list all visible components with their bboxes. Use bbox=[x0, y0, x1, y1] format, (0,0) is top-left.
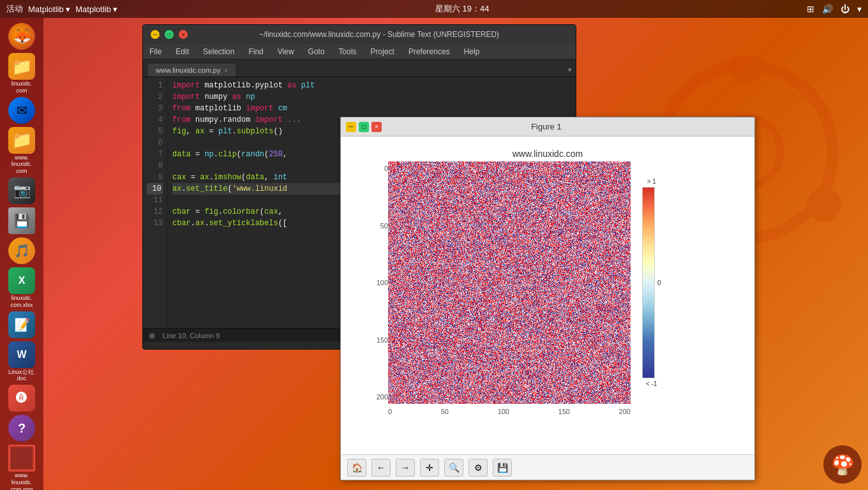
dock-item-appstore[interactable]: 🅐 bbox=[3, 385, 41, 412]
volume-icon[interactable]: 🔊 bbox=[822, 4, 833, 14]
sound-icon: 🎵 bbox=[8, 237, 35, 264]
dock-item-folder-www[interactable]: 📁 www.linuxidc.com bbox=[3, 127, 41, 175]
plot-left-area: 0 50 100 150 200 bbox=[369, 161, 631, 406]
topbar-clock: 星期六 19：44 bbox=[435, 3, 490, 15]
menu-project[interactable]: Project bbox=[368, 46, 397, 57]
tab-dropdown-arrow[interactable]: ▾ bbox=[568, 66, 572, 74]
active-tab[interactable]: www.linuxidc.com.py × bbox=[148, 64, 236, 77]
app-menu[interactable]: Matplotlib ▾ bbox=[28, 4, 70, 14]
folder-icon: 📁 bbox=[8, 53, 35, 80]
bottom-right-mushroom-icon[interactable]: 🍄 bbox=[823, 445, 862, 484]
menu-help[interactable]: Help bbox=[461, 46, 483, 57]
figure1-window: ─ □ × Figure 1 www.linuxidc.com 0 50 100… bbox=[340, 117, 755, 480]
dock-item-folder-linuxidc[interactable]: 📁 linuxidc.com bbox=[3, 53, 41, 94]
imshow-canvas bbox=[388, 161, 631, 404]
network-icon[interactable]: ⊞ bbox=[807, 4, 814, 14]
plot-area: 0 50 100 150 200 > 1 bbox=[369, 161, 726, 406]
plot-container: www.linuxidc.com 0 50 100 150 200 bbox=[369, 149, 726, 442]
maximize-button[interactable]: □ bbox=[165, 30, 174, 39]
menu-find[interactable]: Find bbox=[246, 46, 266, 57]
code-line-2: import numpy as np bbox=[172, 91, 571, 103]
writer-icon: 📝 bbox=[8, 311, 35, 338]
menu-view[interactable]: View bbox=[275, 46, 297, 57]
png-icon bbox=[8, 445, 35, 471]
dock-item-usb[interactable]: 💾 bbox=[3, 207, 41, 235]
word-icon: W bbox=[8, 341, 35, 368]
dock-item-word[interactable]: W Linux公社.doc bbox=[3, 341, 41, 383]
figure-title: Figure 1 bbox=[382, 122, 711, 131]
figure-maximize-button[interactable]: □ bbox=[359, 122, 369, 132]
topbar-right: ⊞ 🔊 ⏻ ▾ bbox=[807, 4, 862, 14]
dock-item-help[interactable]: ? bbox=[3, 415, 41, 442]
forward-tool-button[interactable]: → bbox=[396, 459, 415, 477]
colorbar-label-bottom: < -1 bbox=[646, 380, 657, 387]
menu-edit[interactable]: Edit bbox=[173, 46, 191, 57]
zoom-tool-button[interactable]: 🔍 bbox=[444, 459, 463, 477]
dock-label-word: Linux公社.doc bbox=[8, 369, 35, 383]
dock-item-sound[interactable]: 🎵 bbox=[3, 237, 41, 265]
desktop-area: ─ □ × ~/linuxidc.com/www.linuxidc.com.py… bbox=[43, 18, 868, 490]
dock-label-png: www.linuxidc.com.png bbox=[11, 472, 33, 490]
colorbar-label-top: > 1 bbox=[647, 178, 656, 185]
dock-item-png[interactable]: www.linuxidc.com.png bbox=[3, 445, 41, 490]
close-button[interactable]: × bbox=[179, 30, 188, 39]
sublime-menubar: File Edit Selection Find View Goto Tools… bbox=[143, 44, 576, 59]
camera-icon: 📷 bbox=[8, 177, 35, 204]
help-icon: ? bbox=[8, 415, 35, 442]
colorbar bbox=[642, 187, 655, 378]
back-tool-button[interactable]: ← bbox=[371, 459, 391, 477]
topbar-down-arrow[interactable]: ▾ bbox=[857, 4, 862, 14]
dock-label-linuxidc: linuxidc.com bbox=[11, 80, 33, 94]
menu-selection[interactable]: Selection bbox=[200, 46, 237, 57]
colorbar-tick-labels: 0 bbox=[657, 187, 661, 378]
menu-goto[interactable]: Goto bbox=[306, 46, 327, 57]
pan-tool-button[interactable]: ✛ bbox=[420, 459, 439, 477]
topbar-left: 活动 Matplotlib ▾ Matplotlib ▾ bbox=[6, 3, 118, 15]
code-line-1: import matplotlib.pyplot as plt bbox=[172, 80, 571, 91]
figure-toolbar: 🏠 ← → ✛ 🔍 ⚙ 💾 bbox=[341, 454, 754, 480]
app-name-label[interactable]: Matplotlib ▾ bbox=[75, 4, 117, 14]
settings-tool-button[interactable]: ⚙ bbox=[468, 459, 488, 477]
figure-minimize-button[interactable]: ─ bbox=[346, 122, 356, 132]
activity-label[interactable]: 活动 bbox=[6, 3, 23, 15]
figure-close-button[interactable]: × bbox=[371, 122, 382, 132]
tab-close-button[interactable]: × bbox=[224, 67, 228, 74]
home-tool-button[interactable]: 🏠 bbox=[347, 459, 366, 477]
xlsx-icon: X bbox=[8, 267, 35, 294]
line-numbers: 1234 5678 910 111213 bbox=[143, 77, 167, 328]
menu-file[interactable]: File bbox=[147, 46, 164, 57]
firefox-icon: 🦊 bbox=[8, 23, 35, 50]
plot-canvas-wrapper bbox=[388, 161, 631, 406]
topbar: 活动 Matplotlib ▾ Matplotlib ▾ 星期六 19：44 ⊞… bbox=[0, 0, 868, 18]
colorbar-area: > 1 0 < -1 bbox=[642, 161, 661, 404]
dock-item-thunderbird[interactable]: ✉ bbox=[3, 97, 41, 124]
svg-point-3 bbox=[807, 188, 842, 222]
application-dock: 🦊 📁 linuxidc.com ✉ 📁 www.linuxidc.com 📷 … bbox=[0, 18, 43, 490]
dock-item-firefox[interactable]: 🦊 bbox=[3, 23, 41, 50]
window-title: ~/linuxidc.com/www.linuxidc.com.py - Sub… bbox=[188, 30, 571, 39]
y-axis-labels: 0 50 100 150 200 bbox=[369, 161, 388, 404]
sublime-tabs: www.linuxidc.com.py × ▾ bbox=[143, 59, 576, 77]
minimize-button[interactable]: ─ bbox=[151, 30, 160, 39]
figure-plot-area: www.linuxidc.com 0 50 100 150 200 bbox=[341, 137, 754, 454]
sublime-titlebar: ─ □ × ~/linuxidc.com/www.linuxidc.com.py… bbox=[143, 25, 576, 44]
power-icon[interactable]: ⏻ bbox=[841, 4, 849, 14]
code-line-3: from matplotlib import cm bbox=[172, 103, 571, 114]
svg-point-1 bbox=[730, 56, 764, 83]
status-line-col: Line 10, Column 9 bbox=[163, 332, 220, 339]
folder2-icon: 📁 bbox=[8, 127, 35, 154]
dock-label-www: www.linuxidc.com bbox=[11, 154, 33, 175]
thunderbird-icon: ✉ bbox=[8, 97, 35, 124]
plot-title: www.linuxidc.com bbox=[369, 149, 726, 159]
dock-item-writer[interactable]: 📝 bbox=[3, 311, 41, 339]
usb-icon: 💾 bbox=[8, 207, 35, 234]
appstore-icon: 🅐 bbox=[8, 385, 35, 412]
save-tool-button[interactable]: 💾 bbox=[493, 459, 512, 477]
dock-item-xlsx[interactable]: X linuxidc.com.xlsx bbox=[3, 267, 41, 309]
tab-name: www.linuxidc.com.py bbox=[156, 66, 220, 74]
x-axis-labels: 0 50 100 150 200 bbox=[388, 406, 631, 417]
status-monitor-icon: 🖥 bbox=[148, 332, 155, 339]
menu-tools[interactable]: Tools bbox=[336, 46, 359, 57]
dock-item-camera[interactable]: 📷 bbox=[3, 177, 41, 205]
menu-preferences[interactable]: Preferences bbox=[406, 46, 453, 57]
